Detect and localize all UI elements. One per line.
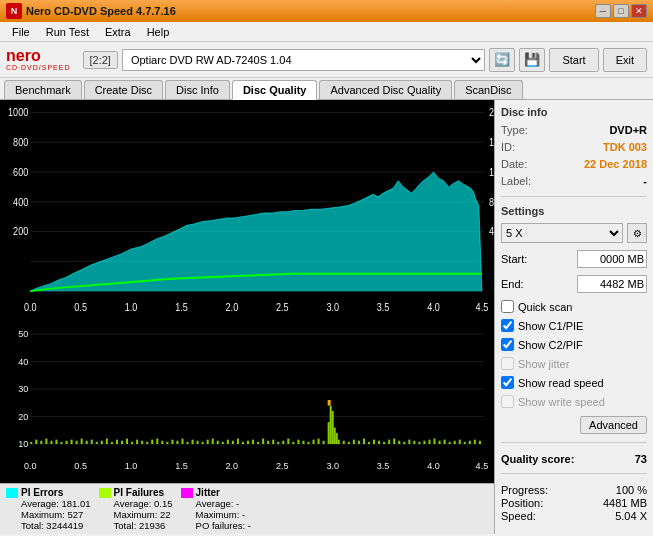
menu-help[interactable]: Help (139, 24, 178, 40)
svg-rect-52 (45, 439, 47, 445)
svg-text:4: 4 (489, 225, 494, 237)
svg-text:12: 12 (489, 166, 494, 178)
svg-rect-92 (247, 441, 249, 444)
disc-type-row: Type: DVD+R (501, 124, 647, 136)
start-mb-input[interactable] (577, 250, 647, 268)
svg-rect-109 (330, 406, 332, 445)
toolbar: nero CD·DVD/SPEED [2:2] Optiarc DVD RW A… (0, 42, 653, 78)
settings-icon-btn[interactable]: ⚙ (627, 223, 647, 243)
tabs-bar: Benchmark Create Disc Disc Info Disc Qua… (0, 78, 653, 100)
svg-rect-126 (403, 442, 405, 444)
svg-rect-99 (282, 441, 284, 444)
menu-file[interactable]: File (4, 24, 38, 40)
svg-text:20: 20 (18, 411, 28, 422)
pi-errors-max: Maximum: 527 (21, 509, 91, 520)
svg-rect-127 (408, 440, 410, 444)
save-icon-btn[interactable]: 💾 (519, 48, 545, 72)
svg-rect-114 (343, 441, 345, 444)
svg-rect-122 (383, 442, 385, 444)
menu-run-test[interactable]: Run Test (38, 24, 97, 40)
close-button[interactable]: ✕ (631, 4, 647, 18)
show-c1-pie-checkbox[interactable] (501, 319, 514, 332)
show-read-speed-checkbox[interactable] (501, 376, 514, 389)
speed-select[interactable]: 5 X (501, 223, 623, 243)
svg-rect-101 (292, 442, 294, 444)
svg-text:3.0: 3.0 (326, 301, 339, 313)
svg-text:0.5: 0.5 (74, 460, 87, 471)
svg-rect-58 (76, 441, 78, 444)
svg-rect-135 (449, 442, 451, 444)
end-mb-input[interactable] (577, 275, 647, 293)
svg-rect-107 (323, 441, 325, 444)
exit-button[interactable]: Exit (603, 48, 647, 72)
svg-rect-49 (30, 442, 32, 444)
svg-text:4.0: 4.0 (427, 460, 440, 471)
jitter-color (181, 488, 193, 498)
drive-select[interactable]: Optiarc DVD RW AD-7240S 1.04 (122, 49, 486, 71)
minimize-button[interactable]: ─ (595, 4, 611, 18)
svg-rect-116 (353, 440, 355, 444)
settings-section-title: Settings (501, 205, 647, 217)
svg-rect-119 (368, 442, 370, 444)
menu-bar: File Run Test Extra Help (0, 22, 653, 42)
position-label: Position: (501, 497, 543, 509)
svg-rect-59 (81, 439, 83, 445)
quality-score-value: 73 (635, 453, 647, 465)
svg-text:3.5: 3.5 (377, 301, 390, 313)
svg-rect-142 (328, 400, 331, 406)
svg-rect-50 (35, 440, 37, 444)
refresh-icon-btn[interactable]: 🔄 (489, 48, 515, 72)
svg-text:0.0: 0.0 (24, 301, 37, 313)
svg-rect-102 (297, 440, 299, 444)
pi-failures-color (99, 488, 111, 498)
disc-id-value: TDK 003 (603, 141, 647, 153)
maximize-button[interactable]: □ (613, 4, 629, 18)
svg-rect-69 (131, 442, 133, 444)
svg-rect-76 (166, 442, 168, 444)
svg-rect-53 (50, 441, 52, 444)
svg-text:50: 50 (18, 328, 28, 339)
svg-rect-62 (96, 442, 98, 444)
disc-label-label: Label: (501, 175, 531, 187)
disc-type-value: DVD+R (609, 124, 647, 136)
svg-text:0.0: 0.0 (24, 460, 37, 471)
tab-advanced-disc-quality[interactable]: Advanced Disc Quality (319, 80, 452, 99)
start-mb-row: Start: (501, 250, 647, 268)
legend-jitter: Jitter Average: - Maximum: - PO failures… (181, 487, 251, 531)
tab-scandisc[interactable]: ScanDisc (454, 80, 522, 99)
separator-2 (501, 442, 647, 443)
disc-date-label: Date: (501, 158, 527, 170)
tab-disc-info[interactable]: Disc Info (165, 80, 230, 99)
position-value: 4481 MB (603, 497, 647, 509)
svg-rect-118 (363, 439, 365, 445)
po-failures: PO failures: - (196, 520, 251, 531)
show-jitter-checkbox (501, 357, 514, 370)
svg-rect-133 (439, 441, 441, 444)
menu-extra[interactable]: Extra (97, 24, 139, 40)
svg-rect-87 (222, 442, 224, 444)
disc-id-row: ID: TDK 003 (501, 141, 647, 153)
show-c2-pif-checkbox[interactable] (501, 338, 514, 351)
start-button[interactable]: Start (549, 48, 598, 72)
tab-create-disc[interactable]: Create Disc (84, 80, 163, 99)
app-icon: N (6, 3, 22, 19)
quick-scan-checkbox[interactable] (501, 300, 514, 313)
svg-rect-28 (0, 323, 494, 483)
svg-rect-115 (348, 442, 350, 444)
show-read-speed-row: Show read speed (501, 376, 647, 389)
jitter-avg: Average: - (196, 498, 251, 509)
pi-failures-total: Total: 21936 (114, 520, 173, 531)
tab-disc-quality[interactable]: Disc Quality (232, 80, 318, 100)
advanced-button[interactable]: Advanced (580, 416, 647, 434)
svg-rect-124 (393, 439, 395, 445)
svg-rect-110 (332, 411, 334, 444)
svg-rect-140 (474, 440, 476, 444)
tab-benchmark[interactable]: Benchmark (4, 80, 82, 99)
svg-rect-66 (116, 440, 118, 444)
pi-errors-label: PI Errors (21, 487, 91, 498)
svg-text:30: 30 (18, 383, 28, 394)
jitter-max: Maximum: - (196, 509, 251, 520)
title-bar-controls: ─ □ ✕ (595, 4, 647, 18)
svg-rect-97 (272, 440, 274, 444)
svg-rect-129 (418, 442, 420, 444)
